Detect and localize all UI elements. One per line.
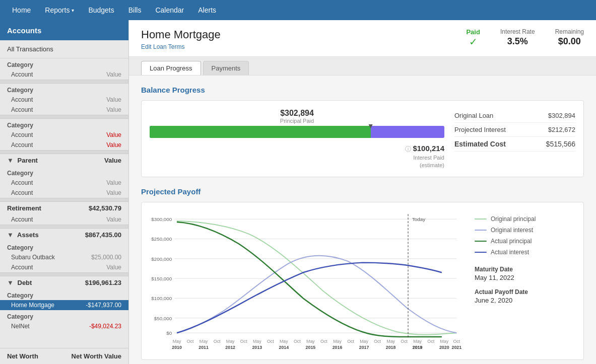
loan-paid-stat: Paid ✓ <box>466 28 480 48</box>
tab-loan-progress[interactable]: Loan Progress <box>141 61 201 75</box>
interest-paid-label: ⓘ $100,214 Interest Paid (estimate) <box>150 144 444 169</box>
svg-text:Oct: Oct <box>453 339 460 344</box>
principal-paid-amount: $302,894 <box>150 109 444 118</box>
svg-text:May: May <box>173 339 181 344</box>
retirement-value: $42,530.79 <box>89 204 121 212</box>
sidebar-subaru[interactable]: Subaru Outback $25,000.00 <box>0 252 128 262</box>
sidebar-retirement-row[interactable]: Retirement $42,530.79 <box>0 202 128 214</box>
sidebar-all-transactions[interactable]: All Transactions <box>0 40 128 58</box>
sidebar-account-5[interactable]: Account Value <box>0 140 128 150</box>
sidebar-nelnet[interactable]: NelNet -$49,024.23 <box>0 321 128 331</box>
account-name: Account <box>11 71 33 78</box>
stat-original-loan: Original Loan $302,894 <box>454 109 575 123</box>
legend-label: Actual interest <box>491 249 529 256</box>
edit-loan-terms-link[interactable]: Edit Loan Terms <box>141 43 446 50</box>
nav-budgets[interactable]: Budgets <box>81 0 121 20</box>
svg-text:$300,000: $300,000 <box>151 216 172 222</box>
top-nav: Home Reports ▾ Budgets Bills Calendar Al… <box>0 0 596 20</box>
svg-text:May: May <box>253 339 261 344</box>
sidebar-account-3[interactable]: Account Value <box>0 105 128 115</box>
svg-text:2012: 2012 <box>225 345 235 350</box>
sidebar-account-9[interactable]: Account Value <box>0 262 128 272</box>
sidebar-debt-row[interactable]: ▼ Debt $196,961.23 <box>0 276 128 289</box>
svg-text:Oct: Oct <box>401 339 408 344</box>
account-value: Value <box>106 216 121 223</box>
interest-paid-estimate: (estimate) <box>420 162 444 168</box>
paid-checkmark-icon: ✓ <box>466 36 480 48</box>
legend-label: Original interest <box>491 227 533 234</box>
principal-paid-label: $302,894 Principal Paid <box>150 109 444 124</box>
stat-projected-interest: Projected Interest $212,672 <box>454 123 575 137</box>
actual-payoff-section: Actual Payoff Date June 2, 2020 <box>475 288 575 304</box>
sidebar-account-8[interactable]: Account Value <box>0 214 128 225</box>
svg-text:$100,000: $100,000 <box>151 296 172 301</box>
balance-progress-title: Balance Progress <box>141 86 584 94</box>
account-name: Subaru Outback <box>11 254 55 261</box>
sidebar-account-1[interactable]: Account Value <box>0 69 128 80</box>
svg-text:$0: $0 <box>166 330 172 336</box>
svg-text:2014: 2014 <box>279 345 289 350</box>
stat-value: $515,566 <box>546 140 575 148</box>
nav-alerts[interactable]: Alerts <box>191 0 223 20</box>
sidebar-category-4: Category <box>0 167 128 178</box>
svg-text:Oct: Oct <box>214 339 221 344</box>
progress-chart-area: $302,894 Principal Paid ▼ ⓘ $100,214 Int <box>150 109 444 169</box>
sidebar-account-4[interactable]: Account Value <box>0 130 128 140</box>
account-name: Home Mortgage <box>11 302 54 309</box>
account-value: Value <box>106 71 121 78</box>
nav-home[interactable]: Home <box>5 0 38 20</box>
info-icon: ⓘ <box>405 145 411 153</box>
svg-text:May: May <box>226 339 235 344</box>
stat-label: Original Loan <box>454 112 493 119</box>
svg-text:2021: 2021 <box>452 345 462 350</box>
sidebar-parent-row[interactable]: ▼ Parent Value <box>0 154 128 167</box>
tab-payments[interactable]: Payments <box>203 61 249 75</box>
nav-reports[interactable]: Reports ▾ <box>38 0 81 20</box>
svg-text:2019: 2019 <box>413 345 423 350</box>
svg-text:Oct: Oct <box>294 339 301 344</box>
projected-payoff-box: $300,000 $250,000 $200,000 $150,000 $100… <box>141 202 584 360</box>
legend-label: Original principal <box>491 215 536 223</box>
legend-line-icon <box>475 230 487 231</box>
svg-text:May: May <box>200 339 208 344</box>
net-worth-row: Net Worth Net Worth Value <box>0 348 128 364</box>
svg-text:Today: Today <box>412 216 425 222</box>
loan-interest-rate-stat: Interest Rate 3.5% <box>500 28 535 47</box>
stat-value: $212,672 <box>548 126 575 133</box>
sidebar-account-7[interactable]: Account Value <box>0 188 128 198</box>
account-name: Account <box>11 264 33 271</box>
svg-text:Oct: Oct <box>240 339 247 344</box>
account-name: Account <box>11 131 33 138</box>
chart-area: $300,000 $250,000 $200,000 $150,000 $100… <box>150 210 467 351</box>
progress-stats: Original Loan $302,894 Projected Interes… <box>454 109 575 169</box>
legend-actual-principal: Actual principal <box>475 238 575 245</box>
sidebar-home-mortgage[interactable]: Home Mortgage -$147,937.00 <box>0 300 128 310</box>
debt-value: $196,961.23 <box>85 279 121 286</box>
account-name: Account <box>11 216 33 223</box>
account-value: Value <box>106 131 121 138</box>
sidebar: Accounts All Transactions Category Accou… <box>0 20 129 364</box>
projected-payoff-title: Projected Payoff <box>141 187 584 196</box>
account-value: Value <box>106 96 121 103</box>
sidebar-account-6[interactable]: Account Value <box>0 178 128 188</box>
nav-bills[interactable]: Bills <box>121 0 149 20</box>
account-name: Account <box>11 179 33 186</box>
body-layout: Accounts All Transactions Category Accou… <box>0 20 596 364</box>
svg-text:2010: 2010 <box>172 345 182 350</box>
svg-text:2016: 2016 <box>333 345 343 350</box>
sidebar-category-2: Category <box>0 84 128 95</box>
account-value: -$49,024.23 <box>89 323 121 330</box>
account-value: Value <box>106 189 121 196</box>
svg-text:May: May <box>280 339 288 344</box>
loan-title-block: Home Mortgage Edit Loan Terms <box>141 28 446 50</box>
svg-text:$200,000: $200,000 <box>151 256 172 262</box>
sidebar-assets-row[interactable]: ▼ Assets $867,435.00 <box>0 229 128 241</box>
nav-calendar[interactable]: Calendar <box>148 0 191 20</box>
svg-text:Oct: Oct <box>267 339 274 344</box>
svg-text:May: May <box>306 339 315 344</box>
content-area: Balance Progress $302,894 Principal Paid… <box>129 76 596 364</box>
principal-paid-sublabel: Principal Paid <box>150 118 444 124</box>
chevron-icon: ▼ <box>7 231 14 239</box>
sidebar-account-2[interactable]: Account Value <box>0 95 128 105</box>
account-value: Value <box>106 264 121 271</box>
